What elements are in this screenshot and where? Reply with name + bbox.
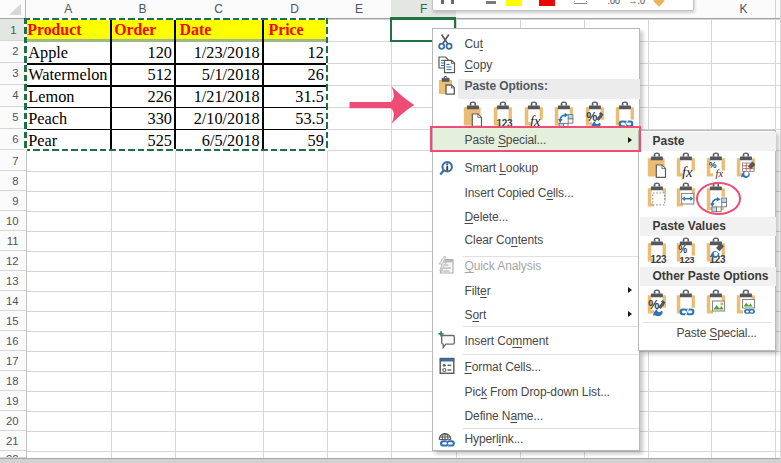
svg-text:123: 123 xyxy=(650,254,666,264)
svg-text:fx: fx xyxy=(682,164,693,179)
svg-text:123: 123 xyxy=(680,254,695,264)
svg-text:fx: fx xyxy=(716,168,724,179)
